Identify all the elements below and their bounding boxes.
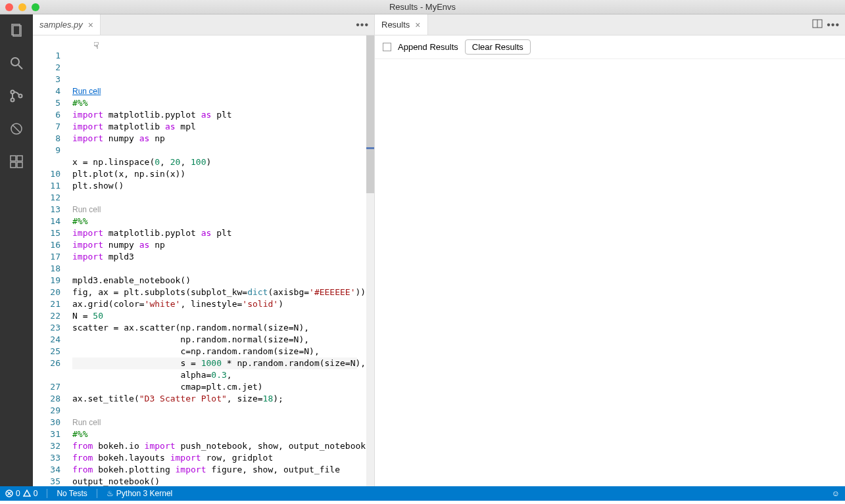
clear-results-button[interactable]: Clear Results (465, 39, 531, 55)
run-cell-codelens[interactable]: Run cell (72, 204, 366, 216)
activity-bar (0, 14, 33, 486)
tab-label: samples.py (39, 20, 83, 30)
close-icon[interactable]: × (415, 20, 420, 30)
svg-point-6 (19, 95, 22, 98)
editor-tabbar: samples.py × ••• (33, 14, 374, 35)
run-cell-codelens[interactable]: Run cell (72, 85, 366, 97)
extensions-icon[interactable] (7, 152, 26, 171)
source-control-icon[interactable] (7, 87, 26, 105)
more-icon[interactable]: ••• (827, 19, 840, 31)
more-icon: ••• (356, 19, 369, 31)
titlebar: Results - MyEnvs (0, 0, 845, 14)
results-toolbar: Append Results Clear Results (375, 35, 845, 59)
tab-samples[interactable]: samples.py × (33, 14, 101, 35)
close-icon[interactable]: × (88, 20, 93, 30)
tab-results[interactable]: Results × (375, 14, 428, 35)
svg-line-3 (18, 65, 22, 69)
svg-rect-10 (11, 162, 16, 168)
cursor-icon: ☟ (93, 39, 99, 51)
status-errors[interactable]: 0 0 (5, 489, 37, 498)
code-editor[interactable]: 1234567891011121314151617181920212223242… (33, 35, 374, 486)
svg-line-8 (12, 125, 20, 133)
flame-icon: ♨ (107, 489, 114, 498)
svg-point-5 (11, 99, 14, 102)
statusbar: 0 0 No Tests ♨ Python 3 Kernel ☺ (0, 486, 845, 501)
append-results-label: Append Results (398, 42, 458, 52)
debug-icon[interactable] (7, 120, 26, 138)
run-cell-codelens[interactable]: Run cell (72, 417, 366, 428)
minimap[interactable] (366, 35, 374, 486)
svg-point-2 (11, 58, 19, 66)
svg-rect-12 (17, 156, 22, 161)
split-editor-icon[interactable] (812, 18, 823, 31)
svg-rect-9 (11, 156, 16, 161)
tab-label: Results (381, 20, 410, 30)
status-tests[interactable]: No Tests (57, 489, 87, 498)
window-title: Results - MyEnvs (0, 2, 845, 12)
search-icon[interactable] (7, 54, 26, 72)
status-feedback[interactable]: ☺ (832, 489, 840, 498)
smile-icon: ☺ (832, 489, 840, 498)
explorer-icon[interactable] (7, 21, 26, 39)
status-kernel[interactable]: ♨ Python 3 Kernel (107, 489, 172, 498)
svg-rect-11 (17, 162, 22, 168)
append-results-checkbox[interactable] (383, 43, 391, 51)
svg-point-4 (11, 91, 14, 94)
editor-actions[interactable]: ••• (350, 14, 374, 35)
results-tabbar: Results × ••• (375, 14, 845, 35)
